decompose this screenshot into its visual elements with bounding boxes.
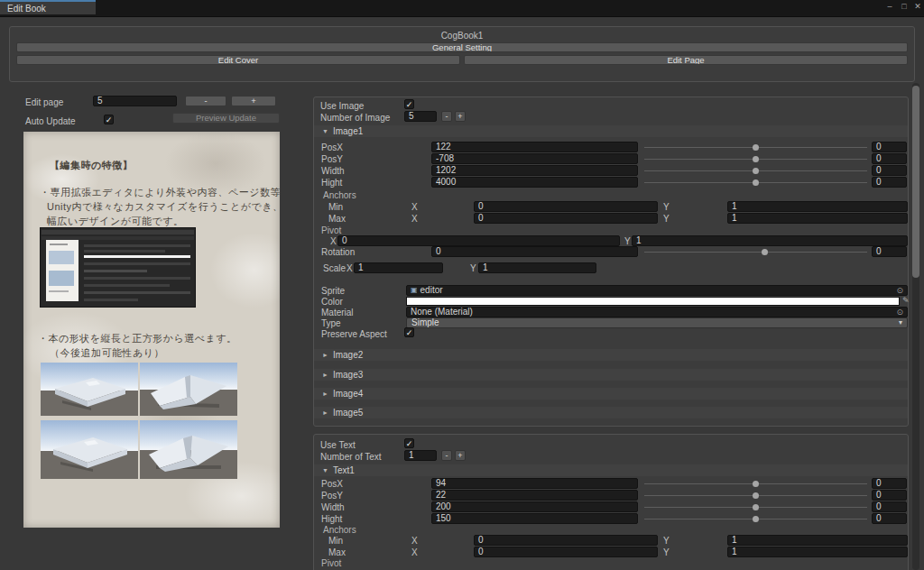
image1-material-field[interactable]: None (Material) ⊙ <box>406 307 908 317</box>
number-of-image-input[interactable]: 5 <box>404 111 437 122</box>
text1-posx-slider-value[interactable]: 0 <box>872 478 907 489</box>
text1-anchors-min-x-input[interactable]: 0 <box>474 535 658 546</box>
text1-posx-slider[interactable] <box>644 478 867 489</box>
text1-hight-slider[interactable] <box>644 513 867 524</box>
image1-preserve-aspect-checkbox[interactable] <box>404 327 414 337</box>
image1-hight-slider-value[interactable]: 0 <box>872 177 907 188</box>
edit-page-button[interactable]: Edit Page <box>464 55 908 65</box>
image1-posy-input[interactable]: -708 <box>431 153 638 164</box>
image1-type-dropdown[interactable]: Simple ▾ <box>406 317 908 328</box>
axis-x-label: X <box>411 214 418 224</box>
image1-rotation-label: Rotation <box>321 247 355 257</box>
axis-y-label: Y <box>663 547 670 557</box>
window-titlebar: Edit Book – □ ✕ <box>0 0 924 17</box>
book-title: CogBook1 <box>0 31 924 41</box>
text1-width-label: Width <box>321 502 345 512</box>
image1-rotation-input[interactable]: 0 <box>431 246 638 257</box>
image1-anchors-max-x-input[interactable]: 0 <box>474 213 658 224</box>
object-picker-icon[interactable]: ⊙ <box>896 286 903 295</box>
image1-hight-input[interactable]: 4000 <box>431 177 638 188</box>
number-of-text-increment-button[interactable]: + <box>455 450 466 461</box>
chevron-down-icon: ▾ <box>899 318 902 327</box>
edit-cover-button[interactable]: Edit Cover <box>16 55 460 65</box>
text1-hight-slider-value[interactable]: 0 <box>872 513 907 524</box>
image1-sprite-field[interactable]: ▣ editor ⊙ <box>406 285 908 296</box>
text1-posy-slider-value[interactable]: 0 <box>872 490 907 501</box>
text1-posx-label: PosX <box>321 479 343 489</box>
text1-hight-input[interactable]: 150 <box>431 513 638 524</box>
foldout-open-icon: ▼ <box>322 125 328 137</box>
text1-anchors-max-label: Max <box>328 547 346 557</box>
preview-feature1-line1: ・専用拡張エディタにより外装や内容、ページ数等 <box>40 186 281 199</box>
book-shape-renders-row2 <box>41 420 237 479</box>
image1-rotation-slider-value[interactable]: 0 <box>872 246 907 257</box>
text1-posy-input[interactable]: 22 <box>431 490 638 501</box>
edit-page-decrement-button[interactable]: - <box>185 96 226 106</box>
image2-foldout[interactable]: ►Image2 <box>314 349 908 361</box>
axis-y-label: Y <box>470 263 476 273</box>
edit-page-label: Edit page <box>25 97 63 107</box>
image1-color-label: Color <box>321 297 343 307</box>
tab-label: Edit Book <box>7 4 46 14</box>
number-of-text-decrement-button[interactable]: - <box>441 450 452 461</box>
edit-page-increment-button[interactable]: + <box>231 96 276 106</box>
image1-posy-slider-value[interactable]: 0 <box>872 153 907 164</box>
image1-width-input[interactable]: 1202 <box>431 165 638 176</box>
text1-foldout-label: Text1 <box>333 465 355 475</box>
tab-edit-book[interactable]: Edit Book <box>0 0 96 14</box>
image1-posx-input[interactable]: 122 <box>431 142 638 152</box>
text1-width-input[interactable]: 200 <box>431 501 638 512</box>
image1-pivot-label: Pivot <box>321 225 341 235</box>
image1-posx-slider[interactable] <box>644 142 867 152</box>
text1-width-slider-value[interactable]: 0 <box>872 501 907 512</box>
edit-page-input[interactable]: 5 <box>93 96 177 106</box>
text1-width-slider[interactable] <box>644 501 867 512</box>
number-of-text-input[interactable]: 1 <box>404 450 437 461</box>
text1-posx-input[interactable]: 94 <box>431 478 638 489</box>
general-setting-button[interactable]: General Setting <box>16 42 908 52</box>
foldout-open-icon: ▼ <box>322 464 328 476</box>
auto-update-checkbox[interactable] <box>104 115 114 124</box>
image1-anchors-min-x-input[interactable]: 0 <box>474 201 658 212</box>
image1-foldout[interactable]: ▼Image1 <box>314 125 908 137</box>
image5-foldout-label: Image5 <box>333 408 363 418</box>
preview-feature2-line2: （今後追加可能性あり） <box>50 346 164 360</box>
vertical-scrollbar-thumb[interactable] <box>912 86 919 278</box>
image1-color-swatch[interactable] <box>406 297 900 306</box>
text1-foldout[interactable]: ▼Text1 <box>314 464 908 476</box>
image1-hight-slider[interactable] <box>644 177 867 188</box>
number-of-image-increment-button[interactable]: + <box>455 111 466 122</box>
image1-preserve-aspect-label: Preserve Aspect <box>321 329 387 339</box>
open-book-render <box>140 420 237 479</box>
image1-anchors-min-y-input[interactable]: 1 <box>727 201 908 212</box>
image1-width-slider[interactable] <box>644 165 867 176</box>
image3-foldout[interactable]: ►Image3 <box>314 369 908 381</box>
text1-anchors-label: Anchors <box>323 525 356 535</box>
image1-pivot-x-input[interactable]: 0 <box>337 235 620 246</box>
text1-anchors-max-y-input[interactable]: 1 <box>727 547 908 557</box>
image1-posx-slider-value[interactable]: 0 <box>872 142 907 152</box>
close-button[interactable]: ✕ <box>912 2 923 11</box>
text1-anchors-max-x-input[interactable]: 0 <box>474 547 658 557</box>
eyedropper-icon[interactable]: ✎ <box>902 296 910 306</box>
maximize-button[interactable]: □ <box>899 2 910 11</box>
image1-scale-x-input[interactable]: 1 <box>354 262 443 273</box>
image4-foldout[interactable]: ►Image4 <box>314 388 908 400</box>
object-picker-icon[interactable]: ⊙ <box>896 308 903 317</box>
image5-foldout[interactable]: ►Image5 <box>314 407 908 418</box>
use-text-checkbox[interactable] <box>404 438 414 448</box>
use-image-checkbox[interactable] <box>404 99 414 109</box>
axis-y-label: Y <box>663 536 670 546</box>
preview-feature2-line1: ・本の形状を縦長と正方形から選べます。 <box>38 332 237 345</box>
image1-scale-y-input[interactable]: 1 <box>478 262 596 273</box>
image1-pivot-y-input[interactable]: 1 <box>632 235 908 246</box>
image1-rotation-slider[interactable] <box>644 246 867 257</box>
text1-posy-slider[interactable] <box>644 490 867 501</box>
minimize-button[interactable]: – <box>884 2 895 11</box>
image1-width-slider-value[interactable]: 0 <box>872 165 907 176</box>
number-of-image-decrement-button[interactable]: - <box>441 111 452 122</box>
preview-update-button[interactable]: Preview Update <box>172 113 280 124</box>
image1-posy-slider[interactable] <box>644 153 867 164</box>
image1-anchors-max-y-input[interactable]: 1 <box>727 213 908 224</box>
text1-anchors-min-y-input[interactable]: 1 <box>727 535 908 546</box>
